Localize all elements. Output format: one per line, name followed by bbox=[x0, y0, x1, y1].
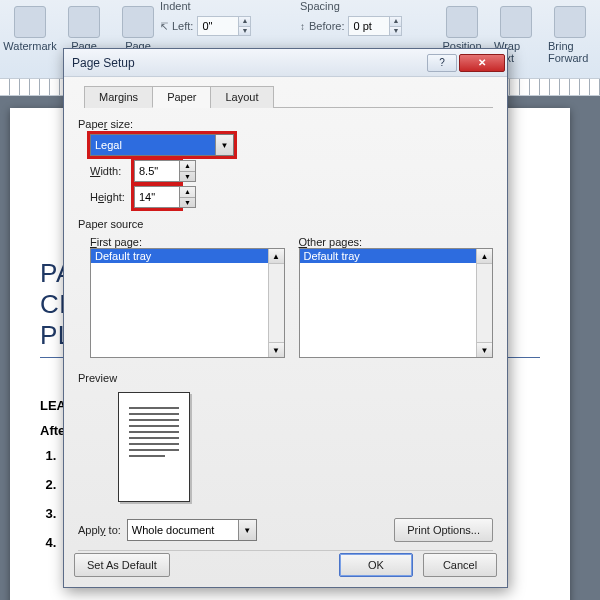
dialog-title: Page Setup bbox=[72, 56, 425, 70]
close-button[interactable]: ✕ bbox=[459, 54, 505, 72]
spacing-group-label: Spacing bbox=[300, 0, 440, 12]
other-pages-list[interactable]: Default tray ▲▼ bbox=[299, 248, 494, 358]
indent-left-label: Left: bbox=[172, 20, 193, 32]
watermark-button[interactable]: Watermark bbox=[6, 4, 54, 54]
height-label: Height: bbox=[90, 191, 134, 203]
help-button[interactable]: ? bbox=[427, 54, 457, 72]
page-button-2[interactable]: Page bbox=[114, 4, 162, 54]
print-options-button[interactable]: Print Options... bbox=[394, 518, 493, 542]
width-spinner[interactable]: ▲▼ bbox=[134, 160, 196, 182]
title-bar: Page Setup ? ✕ bbox=[64, 49, 507, 77]
page-setup-dialog: Page Setup ? ✕ Margins Paper Layout Pape… bbox=[63, 48, 508, 588]
first-page-list[interactable]: Default tray ▲▼ bbox=[90, 248, 285, 358]
preview-label: Preview bbox=[78, 372, 493, 384]
set-default-button[interactable]: Set As Default bbox=[74, 553, 170, 577]
first-page-label: First page: bbox=[90, 236, 285, 248]
height-spinner[interactable]: ▲▼ bbox=[134, 186, 196, 208]
paper-size-combo[interactable]: Legal ▼ bbox=[90, 134, 234, 156]
paper-source-label: Paper source bbox=[78, 218, 493, 230]
preview-page bbox=[118, 392, 190, 502]
spacing-before-label: Before: bbox=[309, 20, 344, 32]
tab-paper[interactable]: Paper bbox=[152, 86, 211, 108]
indent-group-label: Indent bbox=[160, 0, 320, 12]
tab-margins[interactable]: Margins bbox=[84, 86, 153, 108]
spacing-before-spinner[interactable]: ▲▼ bbox=[348, 16, 402, 36]
apply-to-label: Apply to: bbox=[78, 524, 121, 536]
chevron-down-icon: ▼ bbox=[215, 135, 233, 155]
tab-layout[interactable]: Layout bbox=[210, 86, 273, 108]
cancel-button[interactable]: Cancel bbox=[423, 553, 497, 577]
bring-forward-button[interactable]: Bring Forward bbox=[546, 4, 594, 66]
page-button[interactable]: Page bbox=[60, 4, 108, 54]
tabs: Margins Paper Layout bbox=[84, 85, 493, 108]
chevron-down-icon: ▼ bbox=[238, 520, 256, 540]
other-pages-label: Other pages: bbox=[299, 236, 494, 248]
ok-button[interactable]: OK bbox=[339, 553, 413, 577]
apply-to-combo[interactable]: Whole document ▼ bbox=[127, 519, 257, 541]
width-label: Width: bbox=[90, 165, 134, 177]
indent-left-spinner[interactable]: ▲▼ bbox=[197, 16, 251, 36]
paper-size-label: Paper size: bbox=[78, 118, 493, 130]
